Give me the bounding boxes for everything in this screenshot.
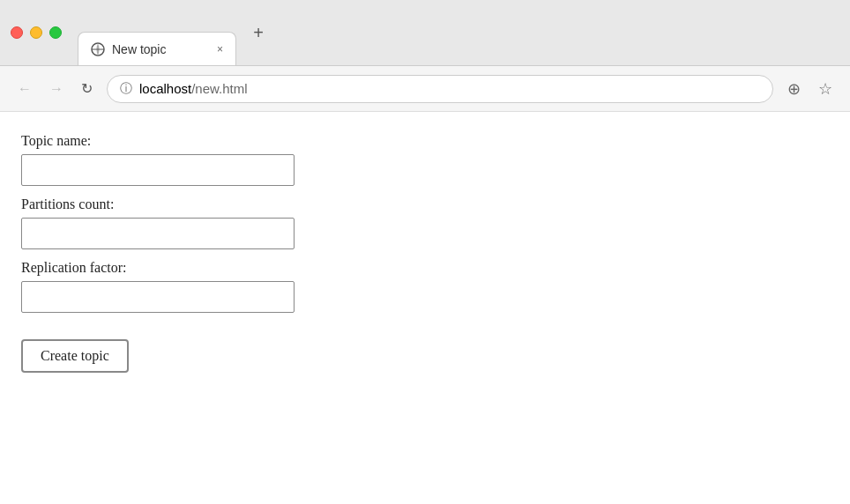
traffic-lights [11, 26, 62, 39]
create-topic-form: Topic name: Partitions count: Replicatio… [21, 133, 829, 373]
title-bar: New topic × + [0, 0, 850, 66]
minimize-button[interactable] [30, 26, 42, 39]
replication-factor-input[interactable] [21, 281, 295, 313]
replication-factor-group: Replication factor: [21, 260, 829, 313]
tab-favicon [91, 42, 105, 56]
address-bar: ← → ↻ ⓘ localhost/new.html ⊕ ☆ [0, 66, 850, 112]
topic-name-label: Topic name: [21, 133, 829, 149]
url-bar[interactable]: ⓘ localhost/new.html [107, 75, 773, 103]
url-text: localhost/new.html [139, 81, 248, 96]
bookmark-button[interactable]: ☆ [815, 76, 836, 102]
info-icon: ⓘ [120, 81, 132, 97]
create-topic-button[interactable]: Create topic [21, 339, 129, 373]
topic-name-input[interactable] [21, 154, 295, 186]
page-content: Topic name: Partitions count: Replicatio… [0, 112, 850, 504]
browser-tab[interactable]: New topic × [78, 32, 236, 65]
partitions-count-label: Partitions count: [21, 196, 829, 212]
replication-factor-label: Replication factor: [21, 260, 829, 276]
partitions-count-input[interactable] [21, 218, 295, 249]
close-button[interactable] [11, 26, 23, 39]
tab-title: New topic [112, 42, 166, 56]
url-path: /new.html [191, 81, 247, 96]
forward-button[interactable]: → [46, 78, 67, 100]
topic-name-group: Topic name: [21, 133, 829, 186]
new-tab-button[interactable]: + [245, 19, 272, 46]
reload-button[interactable]: ↻ [78, 77, 96, 100]
maximize-button[interactable] [49, 26, 62, 39]
zoom-button[interactable]: ⊕ [784, 76, 804, 102]
back-button[interactable]: ← [14, 78, 35, 100]
tab-close-button[interactable]: × [217, 43, 223, 56]
partitions-count-group: Partitions count: [21, 196, 829, 249]
url-host: localhost [139, 81, 191, 96]
